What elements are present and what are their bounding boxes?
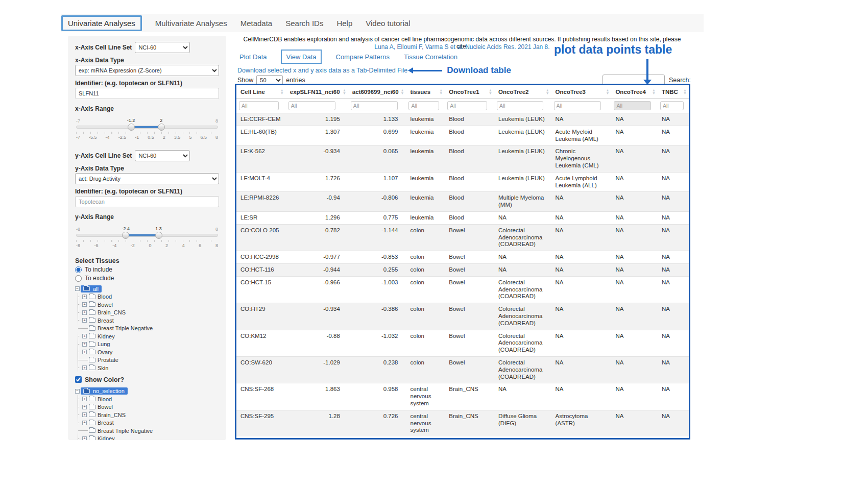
expand-icon[interactable]: + (82, 342, 87, 347)
folder-icon (89, 334, 95, 338)
tree-item-skin[interactable]: +Skin (78, 364, 219, 372)
slider-selected-range (131, 126, 161, 128)
nav-tab-univariate-analyses[interactable]: Univariate Analyses (68, 19, 135, 28)
table-cell: colon (406, 356, 445, 383)
sort-icon[interactable]: ▲▼ (683, 89, 687, 95)
column-filter-oncotree4[interactable] (614, 101, 650, 110)
slider-handle-low[interactable] (122, 232, 129, 239)
sort-icon[interactable]: ▲▼ (489, 89, 492, 95)
expand-icon[interactable]: + (82, 334, 87, 338)
expand-icon[interactable]: + (82, 397, 87, 401)
column-header-expslfn11-nci60[interactable]: expSLFN11_nci60▲▼ (286, 85, 348, 99)
column-filter-tissues[interactable] (408, 101, 439, 110)
table-cell: NA (551, 330, 612, 356)
tab-compare-patterns[interactable]: Compare Patterns (336, 53, 390, 61)
radio-to-exclude[interactable]: To exclude (75, 275, 219, 282)
radio-include-input[interactable] (75, 266, 82, 273)
column-filter-act609699-nci60[interactable] (351, 101, 398, 110)
radio-exclude-input[interactable] (75, 275, 82, 282)
tree-item-kidney[interactable]: +Kidney (78, 332, 219, 340)
expand-icon[interactable]: + (82, 365, 87, 370)
column-filter-cell-line[interactable] (239, 101, 279, 110)
x-identifier-label: Identifier: (e.g. topotecan or SLFN11) (75, 80, 219, 87)
slider-handle-high[interactable] (155, 232, 162, 239)
tree-item-bowel[interactable]: +Bowel (78, 301, 219, 309)
column-header-cell-line[interactable]: Cell Line▲▼ (236, 85, 286, 99)
tree-item-blood[interactable]: +Blood (78, 293, 219, 301)
tree-item-lung[interactable]: +Lung (78, 340, 219, 349)
show-color-row[interactable]: Show Color? (75, 376, 219, 383)
column-header-oncotree1[interactable]: OncoTree1▲▼ (445, 85, 494, 99)
x-identifier-input[interactable] (75, 88, 219, 99)
expand-icon[interactable]: + (82, 302, 87, 307)
y-cell-line-set-select[interactable]: NCI-60 (135, 150, 190, 161)
show-color-checkbox[interactable] (75, 376, 82, 383)
tree-item-breast[interactable]: +Breast (78, 316, 219, 325)
sort-icon[interactable]: ▲▼ (652, 89, 656, 95)
slider-track[interactable] (76, 234, 218, 237)
sort-icon[interactable]: ▲▼ (401, 89, 404, 95)
tree-item-breast-triple-negative[interactable]: Breast Triple Negative (78, 325, 219, 333)
tree-item-breast[interactable]: +Breast (78, 419, 219, 427)
slider-handle-high[interactable] (158, 124, 165, 131)
column-filter-oncotree2[interactable] (497, 101, 543, 110)
sort-icon[interactable]: ▲▼ (280, 89, 284, 95)
nav-tab-video-tutorial[interactable]: Video tutorial (366, 19, 410, 28)
slider-track[interactable] (76, 126, 218, 129)
y-data-type-select[interactable]: act: Drug Activity (75, 173, 219, 184)
expand-icon[interactable]: + (82, 436, 87, 440)
column-filter-tnbc[interactable] (660, 101, 684, 110)
tree-root-all[interactable]: −all (75, 285, 219, 293)
column-header-oncotree3[interactable]: OncoTree3▲▼ (551, 85, 612, 99)
table-cell: Bowel (445, 224, 494, 251)
radio-to-include[interactable]: To include (75, 266, 219, 273)
table-cell: -0.944 (286, 263, 348, 276)
nav-tab-search-ids[interactable]: Search IDs (285, 19, 323, 28)
download-tab-delimited-link[interactable]: Download selected x and y axis data as a… (237, 67, 407, 74)
sort-icon[interactable]: ▲▼ (439, 89, 443, 95)
tree-root-no-selection[interactable]: −no_selection (75, 387, 219, 396)
tab-tissue-correlation[interactable]: Tissue Correlation (404, 53, 457, 61)
column-header-oncotree2[interactable]: OncoTree2▲▼ (494, 85, 551, 99)
column-header-act609699-nci60[interactable]: act609699_nci60▲▼ (348, 85, 406, 99)
tab-view-data[interactable]: View Data (286, 53, 316, 61)
tree-item-brain-cns[interactable]: +Brain_CNS (78, 411, 219, 419)
tab-plot-data[interactable]: Plot Data (239, 53, 267, 61)
nav-tab-metadata[interactable]: Metadata (240, 19, 273, 28)
column-filter-expslfn11-nci60[interactable] (288, 101, 335, 110)
tree-item-prostate[interactable]: Prostate (78, 356, 219, 364)
y-identifier-input[interactable] (75, 196, 219, 207)
column-header-oncotree4[interactable]: OncoTree4▲▼ (611, 85, 657, 99)
page: Univariate AnalysesMultivariate Analyses… (0, 0, 868, 488)
expand-icon[interactable]: + (82, 421, 87, 425)
expand-icon[interactable]: + (82, 310, 87, 315)
column-header-tnbc[interactable]: TNBC▲▼ (658, 85, 689, 99)
nav-tab-help[interactable]: Help (336, 19, 352, 28)
collapse-icon[interactable]: − (75, 389, 80, 394)
tree-item-kidney[interactable]: +Kidney (78, 435, 219, 441)
tree-connector (78, 320, 82, 321)
x-cell-line-set-select[interactable]: NCI-60 (135, 42, 190, 53)
tree-item-ovary[interactable]: +Ovary (78, 348, 219, 356)
column-filter-oncotree3[interactable] (554, 101, 601, 110)
expand-icon[interactable]: + (82, 318, 87, 323)
sort-icon[interactable]: ▲▼ (606, 89, 609, 95)
expand-icon[interactable]: + (82, 405, 87, 409)
column-header-tissues[interactable]: tissues▲▼ (406, 85, 445, 99)
slider-handle-low[interactable] (128, 124, 135, 131)
tree-item-blood[interactable]: +Blood (78, 395, 219, 403)
expand-icon[interactable]: + (82, 295, 87, 299)
column-filter-oncotree1[interactable] (447, 101, 487, 110)
tree-item-breast-triple-negative[interactable]: Breast Triple Negative (78, 427, 219, 435)
collapse-icon[interactable]: − (75, 286, 80, 291)
view-tab-wrap: Plot Data (239, 52, 267, 61)
sort-icon[interactable]: ▲▼ (343, 89, 346, 95)
nav-tab-multivariate-analyses[interactable]: Multivariate Analyses (155, 19, 227, 28)
expand-icon[interactable]: + (82, 412, 87, 417)
tree-item-bowel[interactable]: +Bowel (78, 403, 219, 411)
sort-icon[interactable]: ▲▼ (546, 89, 549, 95)
table-cell: -1.003 (348, 276, 406, 303)
tree-item-brain-cns[interactable]: +Brain_CNS (78, 309, 219, 317)
x-data-type-select[interactable]: exp: mRNA Expression (Z-Score) (75, 65, 219, 76)
expand-icon[interactable]: + (82, 350, 87, 354)
